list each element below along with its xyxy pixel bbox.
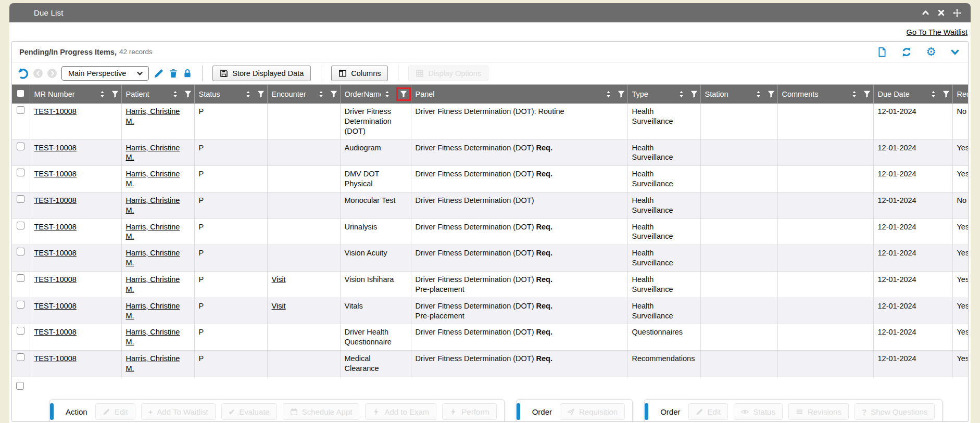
patient-link[interactable]: Harris, Christine M. [126, 170, 180, 188]
mr-number-link[interactable]: TEST-10008 [34, 107, 77, 116]
delete-perspective-trash-icon[interactable] [169, 69, 178, 78]
new-document-icon[interactable] [877, 47, 887, 57]
go-to-waitlist-link[interactable]: Go To The Waitlist [907, 28, 968, 36]
column-header-panel[interactable]: Panel [411, 85, 627, 104]
mr-number-link[interactable]: TEST-10008 [34, 302, 77, 310]
patient-link[interactable]: Harris, Christine M. [126, 302, 180, 320]
patient-link[interactable]: Harris, Christine M. [126, 223, 180, 241]
columns-button[interactable]: Columns [331, 66, 388, 81]
status-cell: P [194, 351, 267, 377]
refresh-icon[interactable] [901, 47, 912, 57]
sort-icon[interactable] [172, 91, 179, 98]
row-checkbox-cell [12, 298, 30, 324]
patient-link[interactable]: Harris, Christine M. [126, 328, 180, 346]
button-group-action-0: ActionEdit+Add To Waitlist✔EvaluateSched… [49, 399, 505, 422]
move-icon[interactable] [953, 9, 961, 17]
column-header-status[interactable]: Status [194, 85, 267, 104]
encounter-link[interactable]: Visit [272, 302, 286, 310]
bolt-icon[interactable] [449, 408, 457, 416]
button-label: Add To Waitlist [157, 407, 208, 416]
sort-icon[interactable] [384, 91, 391, 98]
patient-link[interactable]: Harris, Christine M. [126, 196, 180, 214]
patient-link[interactable]: Harris, Christine M. [126, 144, 180, 162]
mr-number-link[interactable]: TEST-10008 [34, 170, 77, 178]
row-checkbox[interactable] [17, 248, 24, 255]
sort-icon[interactable] [318, 91, 324, 98]
sort-icon[interactable] [755, 91, 762, 98]
bolt-icon[interactable] [372, 408, 380, 416]
select-all-checkbox[interactable] [17, 90, 24, 97]
history-forward-button[interactable] [47, 69, 57, 78]
column-header-patient[interactable]: Patient [121, 85, 194, 104]
filter-icon[interactable] [111, 91, 119, 98]
column-header-req[interactable]: Req [952, 85, 968, 104]
filter-icon[interactable] [943, 91, 950, 98]
table-row: TEST-10008Harris, Christine M.PDriver Fi… [12, 104, 968, 139]
mr-number-link[interactable]: TEST-10008 [34, 328, 77, 336]
select-all-checkbox-cell[interactable] [12, 85, 30, 104]
column-header-mr-number[interactable]: MR Number [30, 85, 121, 104]
gear-icon[interactable]: ⚙ [926, 46, 936, 58]
close-icon[interactable] [937, 9, 945, 17]
patient-link[interactable]: Harris, Christine M. [126, 354, 180, 373]
patient-link[interactable]: Harris, Christine M. [126, 249, 180, 267]
send-icon[interactable] [567, 408, 575, 416]
table-row: TEST-10008Harris, Christine M.PVisitVita… [12, 298, 968, 324]
menu-icon[interactable] [796, 408, 803, 416]
reset-undo-icon[interactable] [17, 68, 29, 79]
row-checkbox[interactable] [17, 143, 24, 150]
sort-icon[interactable] [245, 91, 252, 98]
calendar-icon[interactable] [290, 408, 298, 416]
row-checkbox[interactable] [17, 195, 24, 203]
row-checkbox[interactable] [17, 106, 24, 114]
history-back-button[interactable] [33, 69, 43, 78]
row-checkbox-cell [12, 219, 30, 245]
row-checkbox[interactable] [17, 169, 24, 176]
row-checkbox[interactable] [17, 301, 24, 309]
filter-icon[interactable] [690, 91, 698, 98]
row-checkbox[interactable] [17, 327, 24, 335]
station-cell [700, 324, 777, 351]
filter-icon[interactable] [184, 91, 192, 98]
collapse-panel-chevron-down-icon[interactable] [950, 47, 960, 57]
row-checkbox[interactable] [17, 222, 24, 229]
patient-link[interactable]: Harris, Christine M. [126, 275, 180, 293]
row-checkbox[interactable] [17, 353, 24, 361]
sort-icon[interactable] [99, 91, 106, 98]
pencil-icon[interactable] [103, 408, 110, 416]
column-header-station[interactable]: Station [700, 85, 777, 104]
row-checkbox[interactable] [17, 274, 24, 282]
row-checkbox-cell [12, 139, 30, 166]
edit-perspective-pencil-icon[interactable] [154, 68, 164, 79]
column-header-due-date[interactable]: Due Date [873, 85, 952, 104]
lock-perspective-icon[interactable] [183, 69, 192, 78]
footer-checkbox[interactable] [16, 382, 24, 390]
mr-number-link[interactable]: TEST-10008 [34, 223, 77, 231]
mr-number-link[interactable]: TEST-10008 [34, 275, 77, 284]
column-header-ordername[interactable]: OrderName [340, 85, 411, 104]
filter-icon[interactable] [863, 91, 871, 98]
sort-icon[interactable] [851, 91, 858, 98]
patient-link[interactable]: Harris, Christine M. [126, 107, 180, 125]
encounter-link[interactable]: Visit [272, 275, 286, 284]
column-header-type[interactable]: Type [627, 85, 700, 104]
pencil-icon[interactable] [696, 408, 703, 416]
filter-icon[interactable] [768, 91, 775, 98]
mr-number-link[interactable]: TEST-10008 [34, 249, 77, 257]
column-header-comments[interactable]: Comments [777, 85, 873, 104]
store-displayed-data-button[interactable]: Store Displayed Data [212, 66, 311, 81]
filter-icon[interactable] [400, 91, 407, 98]
mr-number-link[interactable]: TEST-10008 [34, 354, 77, 363]
mr-number-link[interactable]: TEST-10008 [34, 144, 77, 152]
filter-icon[interactable] [618, 91, 625, 98]
filter-icon[interactable] [257, 91, 265, 98]
sort-icon[interactable] [605, 91, 612, 98]
mr-number-link[interactable]: TEST-10008 [34, 196, 77, 204]
collapse-chevron-up-icon[interactable] [922, 9, 929, 17]
filter-icon[interactable] [330, 91, 337, 98]
sort-icon[interactable] [678, 91, 685, 98]
sort-icon[interactable] [930, 91, 937, 98]
perspective-select[interactable]: Main Perspective [61, 66, 149, 81]
column-header-encounter[interactable]: Encounter [267, 85, 340, 104]
eye-icon[interactable] [741, 408, 749, 416]
